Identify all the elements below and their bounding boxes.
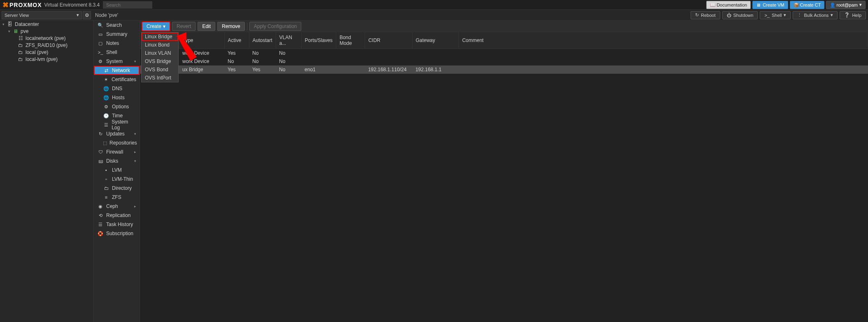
network-toolbar: Create ▾ Revert Edit Remove Apply Config… [140,21,868,32]
create-button[interactable]: Create ▾ [142,22,170,31]
menu-replication[interactable]: ⟲Replication [94,211,140,220]
shield-icon: 🛡 [97,149,104,154]
disk-icon: 🗀 [17,56,24,62]
create-dropdown: Linux Bridge Linux Bond Linux VLAN OVS B… [141,32,179,82]
col-cidr[interactable]: CIDR [365,32,412,49]
table-row[interactable]: work Device No No No [140,57,868,65]
collapse-icon[interactable]: ▾ [8,29,12,33]
menu-options[interactable]: ⚙Options [94,102,140,111]
menu-repositories[interactable]: ⬚Repositories [94,138,140,147]
col-autostart[interactable]: Autostart [249,32,276,49]
terminal-icon: >_ [764,13,770,18]
tree-storage-local-lvm[interactable]: 🗀local-lvm (pve) [0,56,93,63]
col-gateway[interactable]: Gateway [412,32,458,49]
create-ct-button[interactable]: 📦Create CT [790,1,825,9]
notes-icon: ▢ [97,41,104,46]
help-icon: ❔ [844,12,850,18]
menu-summary[interactable]: ▭Summary [94,30,140,39]
tree-storage-zfs[interactable]: 🗀ZFS_RAID10 (pve) [0,42,93,49]
dropdown-linux-bond[interactable]: Linux Bond [142,41,178,49]
tree-node-pve[interactable]: ▾🖥pve [0,28,93,35]
col-comment[interactable]: Comment [458,32,868,49]
chevron-down-icon: ▾ [134,59,136,63]
documentation-button[interactable]: 📖Documentation [706,1,751,9]
dropdown-linux-vlan[interactable]: Linux VLAN [142,49,178,57]
gear-icon: ⚙ [85,12,89,18]
remove-button[interactable]: Remove [217,22,245,31]
dropdown-ovs-intport[interactable]: OVS IntPort [142,74,178,82]
menu-zfs[interactable]: ≡ZFS [94,193,140,202]
network-icon: ⇄ [103,68,109,73]
col-type[interactable]: Type [179,32,224,49]
network-table: Name Type Active Autostart VLAN a... Por… [140,32,868,74]
view-selector[interactable]: Server View▾ [2,11,82,19]
menu-disks[interactable]: 🖴Disks▾ [94,156,140,166]
help-button[interactable]: ❔Help [840,11,866,19]
reboot-button[interactable]: ↻Reboot [691,11,720,19]
dropdown-linux-bridge[interactable]: Linux Bridge [142,33,178,41]
square-icon: ▪ [103,168,109,173]
edit-button[interactable]: Edit [198,22,215,31]
chevron-right-icon: ▸ [134,150,136,154]
refresh-icon: ↻ [97,131,104,137]
chevron-down-icon: ▾ [134,159,136,163]
cube-icon: 📦 [794,2,798,7]
menu-firewall[interactable]: 🛡Firewall▸ [94,147,140,156]
dropdown-ovs-bond[interactable]: OVS Bond [142,65,178,74]
menu-shell[interactable]: >_Shell [94,48,140,57]
menu-icon: ⋮ [797,12,802,18]
chevron-down-icon: ▾ [163,23,165,29]
menu-hosts[interactable]: 🌐Hosts [94,93,140,102]
menu-dns[interactable]: 🌐DNS [94,84,140,93]
apply-config-button[interactable]: Apply Configuration [249,22,302,31]
disk-icon: 🗀 [17,42,24,48]
sub-toolbar: Server View▾ ⚙ Node 'pve' ↻Reboot ⏻Shutd… [0,10,868,21]
revert-button[interactable]: Revert [172,22,195,31]
chevron-down-icon: ▾ [784,12,786,18]
col-active[interactable]: Active [224,32,249,49]
tree-storage-local[interactable]: 🗀local (pve) [0,49,93,56]
logo-icon: ✖ [2,0,9,9]
shell-button[interactable]: >_Shell ▾ [760,11,791,19]
gears-icon: ⚙ [97,59,104,64]
collapse-icon[interactable]: ▾ [2,22,7,26]
disk-icon: 🗀 [17,49,24,55]
menu-system[interactable]: ⚙System▾ [94,57,140,66]
tree-datacenter[interactable]: ▾🗄Datacenter [0,21,93,28]
menu-lvmthin[interactable]: ▫LVM-Thin [94,175,140,184]
tree-storage-localnetwork[interactable]: ☷localnetwork (pve) [0,35,93,42]
shutdown-button[interactable]: ⏻Shutdown [722,11,758,19]
chevron-down-icon: ▾ [831,12,833,18]
user-menu-button[interactable]: 👤root@pam ▾ [826,1,866,9]
terminal-icon: >_ [97,50,104,55]
menu-network[interactable]: ⇄Network [94,66,140,75]
ceph-icon: ◉ [97,204,104,209]
menu-ceph[interactable]: ◉Ceph▸ [94,202,140,211]
table-row[interactable]: ux Bridge Yes Yes No eno1 192.168.1.110/… [140,65,868,74]
table-header-row: Name Type Active Autostart VLAN a... Por… [140,32,868,49]
col-bond[interactable]: Bond Mode [336,32,365,49]
bulk-actions-button[interactable]: ⋮Bulk Actions ▾ [793,11,838,19]
menu-search[interactable]: 🔍Search [94,21,140,30]
reboot-icon: ↻ [695,12,699,18]
view-settings-button[interactable]: ⚙ [83,11,91,19]
menu-directory[interactable]: 🗀Directory [94,184,140,193]
menu-certificates[interactable]: ✶Certificates [94,75,140,84]
box-icon: ⬚ [103,140,107,146]
menu-syslog[interactable]: ☰System Log [94,120,140,129]
menu-updates[interactable]: ↻Updates▾ [94,129,140,138]
dropdown-ovs-bridge[interactable]: OVS Bridge [142,57,178,65]
col-ports[interactable]: Ports/Slaves [301,32,336,49]
menu-subscription[interactable]: 🛟Subscription [94,229,140,238]
col-vlan[interactable]: VLAN a... [276,32,301,49]
disk-icon: 🖴 [97,159,104,163]
globe-icon: 🌐 [103,86,109,91]
menu-lvm[interactable]: ▪LVM [94,166,140,175]
search-icon: 🔍 [97,23,104,28]
table-row[interactable]: work Device Yes No No [140,49,868,58]
search-input[interactable] [103,1,152,9]
summary-icon: ▭ [97,32,104,37]
create-vm-button[interactable]: 🖥Create VM [752,1,788,9]
menu-taskhistory[interactable]: ☰Task History [94,220,140,229]
menu-notes[interactable]: ▢Notes [94,39,140,48]
